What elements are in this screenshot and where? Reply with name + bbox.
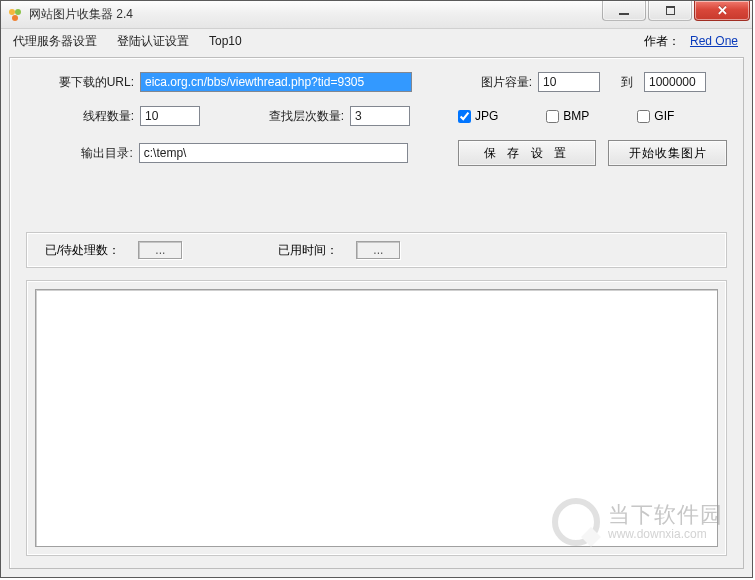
menu-proxy-settings[interactable]: 代理服务器设置 [13, 33, 97, 50]
save-settings-button[interactable]: 保 存 设 置 [458, 140, 597, 166]
start-collect-button[interactable]: 开始收集图片 [608, 140, 727, 166]
minimize-icon [619, 13, 629, 15]
threads-label: 线程数量: [26, 108, 134, 125]
gif-checkbox-input[interactable] [637, 110, 650, 123]
minimize-button[interactable] [602, 1, 646, 21]
menu-top10[interactable]: Top10 [209, 34, 242, 48]
maximize-icon [666, 6, 675, 15]
results-group [26, 280, 727, 556]
client-panel: 要下载的URL: 图片容量: 到 线程数量: 查找层次数量: JPG BMP [9, 57, 744, 569]
elapsed-label: 已用时间： [278, 242, 338, 259]
bmp-checkbox-input[interactable] [546, 110, 559, 123]
elapsed-value: ... [356, 241, 400, 259]
url-input[interactable] [140, 72, 412, 92]
outdir-input[interactable] [139, 143, 408, 163]
img-capacity-label: 图片容量: [422, 74, 532, 91]
titlebar: 网站图片收集器 2.4 ✕ [1, 1, 752, 29]
bmp-checkbox[interactable]: BMP [546, 109, 589, 123]
gif-checkbox-label: GIF [654, 109, 674, 123]
gif-checkbox[interactable]: GIF [637, 109, 674, 123]
jpg-checkbox[interactable]: JPG [458, 109, 498, 123]
author-label: 作者： [644, 33, 680, 50]
threads-input[interactable] [140, 106, 200, 126]
to-label: 到 [612, 74, 642, 91]
maximize-button[interactable] [648, 1, 692, 21]
img-capacity-to-input[interactable] [644, 72, 706, 92]
window-frame: 网站图片收集器 2.4 ✕ 代理服务器设置 登陆认证设置 Top10 作者： R… [0, 0, 753, 578]
menubar: 代理服务器设置 登陆认证设置 Top10 作者： Red One [1, 29, 752, 53]
author-link[interactable]: Red One [690, 34, 738, 48]
svg-point-1 [15, 9, 21, 15]
close-button[interactable]: ✕ [694, 1, 750, 21]
jpg-checkbox-label: JPG [475, 109, 498, 123]
close-icon: ✕ [717, 3, 728, 18]
pending-value: ... [138, 241, 182, 259]
img-capacity-from-input[interactable] [538, 72, 600, 92]
svg-point-0 [9, 9, 15, 15]
bmp-checkbox-label: BMP [563, 109, 589, 123]
status-group: 已/待处理数： ... 已用时间： ... [26, 232, 727, 268]
app-icon [7, 7, 23, 23]
window-title: 网站图片收集器 2.4 [29, 6, 133, 23]
depth-input[interactable] [350, 106, 410, 126]
jpg-checkbox-input[interactable] [458, 110, 471, 123]
depth-label: 查找层次数量: [214, 108, 344, 125]
outdir-label: 输出目录: [26, 145, 133, 162]
results-listbox[interactable] [35, 289, 718, 547]
pending-label: 已/待处理数： [45, 242, 120, 259]
url-label: 要下载的URL: [26, 74, 134, 91]
svg-point-2 [12, 15, 18, 21]
menu-auth-settings[interactable]: 登陆认证设置 [117, 33, 189, 50]
window-controls: ✕ [602, 1, 752, 21]
